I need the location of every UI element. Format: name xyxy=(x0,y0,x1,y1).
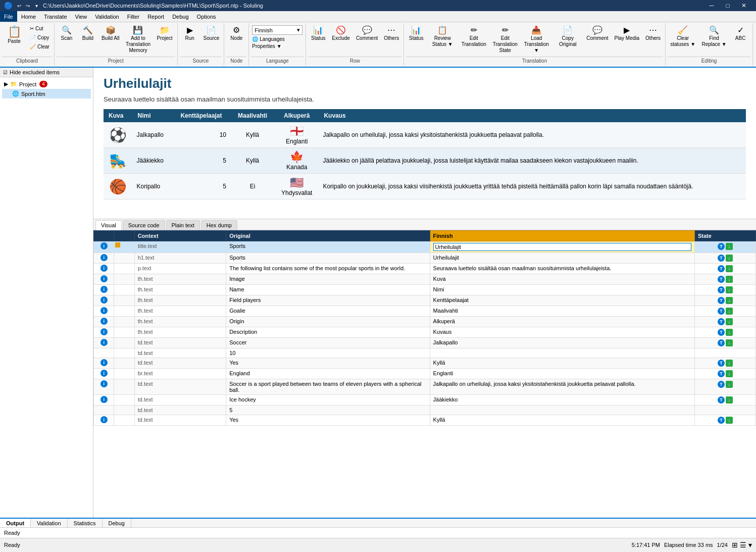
info-icon[interactable]: i xyxy=(100,242,108,249)
redo-icon[interactable]: ↪ xyxy=(24,2,31,9)
bottom-tab-validation[interactable]: Validation xyxy=(31,519,68,527)
cell-finnish[interactable]: Kyllä xyxy=(430,358,694,369)
info-icon[interactable]: i xyxy=(100,296,108,304)
cell-finnish[interactable]: Jääkiekko xyxy=(430,395,694,406)
cell-finnish[interactable]: Alkuperä xyxy=(430,317,694,327)
menu-debug[interactable]: Debug xyxy=(168,11,192,22)
spellcheck-button[interactable]: ✓ ABC xyxy=(730,24,750,43)
state-info-icon[interactable]: T xyxy=(718,308,725,315)
info-icon[interactable]: i xyxy=(100,396,108,403)
info-icon[interactable]: i xyxy=(100,286,108,293)
close-button[interactable]: ✕ xyxy=(736,0,752,11)
cell-finnish[interactable]: Kuvaus xyxy=(430,327,694,338)
hide-excluded-checkbox[interactable]: ☑ xyxy=(3,70,8,75)
info-icon[interactable]: i xyxy=(100,254,108,261)
state-dl-icon[interactable]: ↓ xyxy=(726,360,733,367)
build-button[interactable]: 🔨 Build xyxy=(78,24,98,43)
play-media-button[interactable]: ▶ Play Media xyxy=(612,24,642,43)
state-dl-icon[interactable]: ↓ xyxy=(726,297,733,304)
state-dl-icon[interactable]: ↓ xyxy=(726,318,733,325)
state-info-icon[interactable]: T xyxy=(718,318,725,325)
state-dl-icon[interactable]: ↓ xyxy=(726,329,733,336)
table-row[interactable]: ititle.textSportsT↓ xyxy=(94,241,756,253)
find-replace-button[interactable]: 🔍 Find Replace ▼ xyxy=(699,24,729,49)
table-row[interactable]: ibr.textEnglandEnglantiT↓ xyxy=(94,369,756,379)
state-dl-icon[interactable]: ↓ xyxy=(726,381,733,388)
menu-validation[interactable]: Validation xyxy=(91,11,123,22)
state-info-icon[interactable]: T xyxy=(718,360,725,367)
menu-options[interactable]: Options xyxy=(193,11,220,22)
cell-finnish[interactable]: Jalkapallo xyxy=(430,338,694,348)
list-icon[interactable]: ☰ xyxy=(740,541,746,549)
bottom-tab-output[interactable]: Output xyxy=(0,519,31,527)
cell-finnish[interactable]: Urheilulajit xyxy=(430,253,694,264)
cell-finnish[interactable] xyxy=(430,241,694,253)
node-button[interactable]: ⚙ Node xyxy=(226,24,246,43)
cell-finnish[interactable]: Jalkapallo on urheilulaji, jossa kaksi y… xyxy=(430,379,694,395)
row-comment-button[interactable]: 💬 Comment xyxy=(354,24,380,43)
cell-finnish[interactable]: Kenttäpelaajat xyxy=(430,295,694,306)
menu-icon[interactable]: ▾ xyxy=(33,2,40,9)
state-info-icon[interactable]: T xyxy=(718,276,725,283)
info-icon[interactable]: i xyxy=(100,275,108,282)
cell-finnish[interactable] xyxy=(430,348,694,358)
state-dl-icon[interactable]: ↓ xyxy=(726,265,733,272)
state-info-icon[interactable]: T xyxy=(718,297,725,304)
state-info-icon[interactable]: T xyxy=(718,255,725,262)
row-status-button[interactable]: 📊 Status xyxy=(308,24,328,43)
state-dl-icon[interactable]: ↓ xyxy=(726,417,733,424)
state-info-icon[interactable]: T xyxy=(718,265,725,272)
trans-others-button[interactable]: ⋯ Others xyxy=(643,24,663,43)
table-row[interactable]: ip.textThe following list contains some … xyxy=(94,264,756,274)
table-row[interactable]: td.text5 xyxy=(94,406,756,415)
copy-original-button[interactable]: 📄 Copy Original xyxy=(552,24,583,49)
cell-finnish[interactable]: Nimi xyxy=(430,285,694,295)
state-dl-icon[interactable]: ↓ xyxy=(726,276,733,283)
minimize-button[interactable]: ─ xyxy=(703,0,720,11)
info-icon[interactable]: i xyxy=(100,307,108,314)
menu-report[interactable]: Report xyxy=(143,11,168,22)
source-button[interactable]: 📄 Source xyxy=(201,24,222,43)
tab-hex-dump[interactable]: Hex dump xyxy=(201,220,237,230)
sidebar-item-project[interactable]: ▶ 📁 Project 4 xyxy=(2,79,91,89)
menu-view[interactable]: View xyxy=(71,11,91,22)
trans-comment-button[interactable]: 💬 Comment xyxy=(584,24,611,43)
state-dl-icon[interactable]: ↓ xyxy=(726,255,733,262)
table-row[interactable]: ith.textField playersKenttäpelaajatT↓ xyxy=(94,295,756,306)
state-info-icon[interactable]: T xyxy=(718,243,725,250)
cell-finnish[interactable]: Maalivahti xyxy=(430,306,694,317)
state-info-icon[interactable]: T xyxy=(718,286,725,293)
cell-finnish[interactable]: Kyllä xyxy=(430,415,694,426)
exclude-button[interactable]: 🚫 Exclude xyxy=(329,24,352,43)
state-dl-icon[interactable]: ↓ xyxy=(726,286,733,293)
state-info-icon[interactable]: T xyxy=(718,417,725,424)
state-info-icon[interactable]: T xyxy=(718,339,725,346)
review-status-button[interactable]: 📋 Review Status ▼ xyxy=(427,24,458,49)
language-dropdown[interactable]: Finnish ▾ xyxy=(252,25,303,35)
state-dl-icon[interactable]: ↓ xyxy=(726,370,733,377)
state-info-icon[interactable]: T xyxy=(718,329,725,336)
state-info-icon[interactable]: T xyxy=(718,370,725,377)
filter-icon[interactable]: ▾ xyxy=(748,541,752,549)
cell-finnish[interactable]: Englanti xyxy=(430,369,694,379)
menu-home[interactable]: Home xyxy=(17,11,40,22)
tab-plain-text[interactable]: Plain text xyxy=(166,220,200,230)
run-button[interactable]: ▶ Run xyxy=(180,24,200,43)
edit-translation-button[interactable]: ✏ Edit Translation xyxy=(459,24,489,49)
info-icon[interactable]: i xyxy=(100,339,108,346)
info-icon[interactable]: i xyxy=(100,359,108,366)
cell-finnish[interactable]: Seuraava luettelo sisältää osan maailman… xyxy=(430,264,694,274)
table-row[interactable]: itd.textSoccer is a sport played between… xyxy=(94,379,756,395)
clear-button[interactable]: 🧹 Clear xyxy=(27,42,52,51)
state-dl-icon[interactable]: ↓ xyxy=(726,308,733,315)
table-row[interactable]: itd.textYesKylläT↓ xyxy=(94,415,756,426)
table-row[interactable]: ith.textImageKuvaT↓ xyxy=(94,274,756,285)
table-row[interactable]: td.text10 xyxy=(94,348,756,358)
table-row[interactable]: ith.textNameNimiT↓ xyxy=(94,285,756,295)
maximize-button[interactable]: □ xyxy=(720,0,736,11)
bottom-tab-debug[interactable]: Debug xyxy=(103,519,131,527)
info-icon[interactable]: i xyxy=(100,318,108,325)
menu-file[interactable]: File xyxy=(0,11,17,22)
copy-button[interactable]: 📄 Copy xyxy=(27,33,52,42)
undo-icon[interactable]: ↩ xyxy=(16,2,23,9)
